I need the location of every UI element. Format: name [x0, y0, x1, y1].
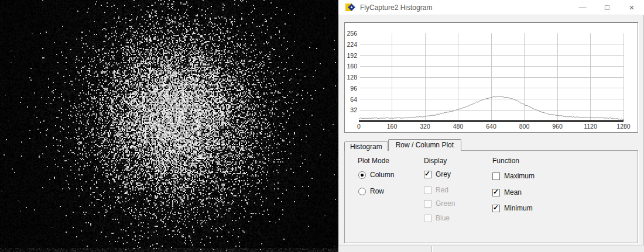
svg-text:160: 160 [387, 123, 398, 130]
svg-text:480: 480 [453, 123, 464, 130]
checkbox-indicator [424, 215, 431, 222]
checkbox-indicator [492, 189, 500, 196]
checkbox-indicator [424, 187, 431, 194]
plot-mode-header: Plot Mode [358, 157, 389, 165]
svg-text:320: 320 [420, 123, 430, 130]
status-bar [338, 245, 644, 252]
row-column-plot-chart: 2562241921601289664320160320480640800960… [345, 23, 638, 132]
checkbox-green: Green [424, 199, 455, 208]
svg-text:0: 0 [357, 123, 361, 130]
svg-text:64: 64 [350, 96, 357, 103]
camera-image-panel [0, 0, 338, 252]
flycapture-histogram-window: FlyCapture2 Histogram — □ × 256224192160… [338, 0, 644, 252]
window-title: FlyCapture2 Histogram [360, 4, 570, 12]
svg-text:160: 160 [347, 63, 357, 70]
display-header: Display [424, 157, 447, 165]
tab-row-column-plot[interactable]: Row / Column Plot [388, 139, 461, 151]
close-icon[interactable]: × [619, 0, 644, 15]
tab-page-row-column-plot: Plot Mode Column Row Display Grey Red Gr… [344, 150, 638, 243]
svg-text:1280: 1280 [616, 123, 631, 130]
screen: FlyCapture2 Histogram — □ × 256224192160… [0, 0, 644, 252]
status-bar-divider [431, 246, 433, 252]
svg-text:256: 256 [347, 30, 357, 37]
checkbox-indicator [424, 200, 431, 208]
beam-image [0, 0, 338, 252]
radio-column[interactable]: Column [358, 171, 394, 179]
checkbox-grey[interactable]: Grey [424, 170, 451, 178]
checkbox-minimum[interactable]: Minimum [492, 204, 533, 212]
svg-text:224: 224 [347, 41, 357, 48]
svg-text:96: 96 [350, 85, 357, 92]
checkbox-blue: Blue [424, 214, 450, 222]
svg-text:800: 800 [519, 123, 530, 130]
maximize-icon[interactable]: □ [595, 0, 619, 15]
checkbox-indicator [492, 172, 500, 180]
checkbox-red: Red [424, 186, 448, 194]
radio-row[interactable]: Row [358, 187, 384, 195]
svg-text:192: 192 [347, 52, 357, 59]
svg-text:640: 640 [486, 123, 496, 130]
checkbox-indicator [492, 205, 500, 212]
plot-panel: 2562241921601289664320160320480640800960… [344, 22, 638, 133]
radio-indicator [358, 171, 366, 179]
svg-text:32: 32 [350, 106, 357, 113]
function-header: Function [492, 157, 519, 165]
flycapture-logo-icon [345, 3, 355, 12]
checkbox-maximum[interactable]: Maximum [492, 172, 535, 180]
svg-text:1120: 1120 [584, 123, 597, 130]
window-titlebar[interactable]: FlyCapture2 Histogram — □ × [338, 0, 644, 15]
radio-indicator [358, 188, 366, 195]
checkbox-mean[interactable]: Mean [492, 188, 522, 196]
svg-text:128: 128 [347, 74, 357, 81]
checkbox-indicator [424, 171, 431, 178]
tab-bar: Histogram Row / Column Plot [344, 139, 461, 151]
tab-histogram[interactable]: Histogram [344, 141, 388, 151]
svg-text:960: 960 [552, 123, 563, 130]
minimize-icon[interactable]: — [570, 0, 595, 15]
